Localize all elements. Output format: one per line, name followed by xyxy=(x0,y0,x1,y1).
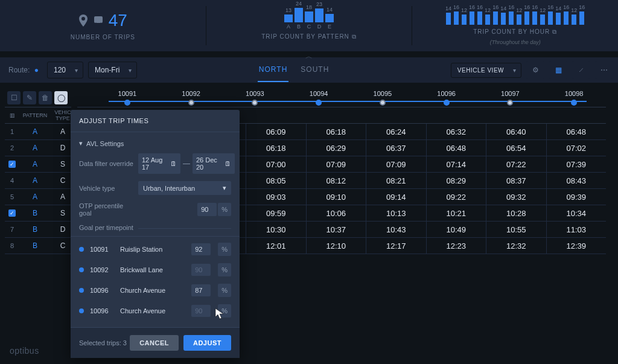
route-select[interactable]: 120▾ xyxy=(47,62,83,78)
time-cell[interactable]: 09:10 xyxy=(306,189,366,205)
table-row[interactable]: 8BC xyxy=(5,238,71,254)
timepoint-goal-input[interactable]: 87 xyxy=(191,284,211,296)
time-cell[interactable]: 08:21 xyxy=(366,173,426,188)
time-cell[interactable]: 08:12 xyxy=(306,173,366,188)
time-cell[interactable]: 08:29 xyxy=(426,173,486,188)
time-cell[interactable]: 09:14 xyxy=(366,189,426,205)
goal-timepoint-row: 10092 Brickwall Lane 90 % xyxy=(79,260,231,280)
vehicle-type-label: Vehicle type xyxy=(79,185,133,192)
timepoint-10095[interactable]: 10095 xyxy=(351,90,415,106)
time-cell[interactable]: 07:00 xyxy=(246,156,306,172)
time-cell[interactable]: 09:03 xyxy=(246,189,306,205)
timepoint-10093[interactable]: 10093 xyxy=(223,90,287,106)
cancel-button[interactable]: CANCEL xyxy=(130,335,179,351)
time-cell[interactable]: 10:49 xyxy=(426,222,486,237)
avl-settings-toggle[interactable]: ▾ AVL Settings xyxy=(79,137,231,150)
tab-north[interactable]: NORTH xyxy=(258,58,288,82)
timepoint-goal-input[interactable]: 90 xyxy=(191,264,211,276)
chart-view-button[interactable]: ⟋ xyxy=(572,61,590,79)
table-row[interactable]: 4AC xyxy=(5,173,71,189)
row-checkbox[interactable]: ✓ xyxy=(8,161,16,168)
svg-point-2 xyxy=(100,23,101,25)
time-cell[interactable]: 07:09 xyxy=(306,156,366,172)
time-cell[interactable]: 10:13 xyxy=(366,205,426,221)
time-cell[interactable]: 06:24 xyxy=(366,124,426,139)
otp-value-input[interactable]: 90 xyxy=(197,203,217,216)
date-from-input[interactable]: 12 Aug 17🗓 xyxy=(138,153,180,174)
grid-view-button[interactable]: ▦ xyxy=(549,61,567,79)
schedule-select[interactable]: Mon-Fri▾ xyxy=(88,62,137,78)
time-cell[interactable]: 12:39 xyxy=(546,238,607,254)
column-toggle-icon[interactable]: ▥ xyxy=(5,112,19,118)
timepoint-10092[interactable]: 10092 xyxy=(159,90,223,106)
time-cell[interactable]: 09:59 xyxy=(246,205,306,221)
time-cell[interactable]: 12:32 xyxy=(486,238,546,254)
time-cell[interactable]: 07:14 xyxy=(426,156,486,172)
time-cell[interactable]: 10:06 xyxy=(306,205,366,221)
table-row[interactable]: 2AD xyxy=(5,140,71,156)
table-row[interactable]: 7BD xyxy=(5,222,71,238)
time-cell[interactable]: 06:32 xyxy=(426,124,486,139)
time-cell[interactable]: 06:09 xyxy=(246,124,306,139)
adjust-button[interactable]: ◯ xyxy=(54,91,68,104)
time-cell[interactable]: 07:22 xyxy=(486,156,546,172)
settings-button[interactable]: ⚙ xyxy=(526,61,544,79)
time-cell[interactable]: 06:29 xyxy=(306,140,366,156)
adjust-confirm-button[interactable]: ADJUST xyxy=(183,335,231,351)
time-cell[interactable]: 06:37 xyxy=(366,140,426,156)
external-link-icon[interactable]: ⧉ xyxy=(352,33,357,40)
table-row[interactable]: 1AA xyxy=(5,124,71,140)
view-select[interactable]: VEHICLE VIEW▾ xyxy=(451,63,521,78)
checkbox-all-button[interactable]: ☐ xyxy=(7,91,21,104)
timepoint-10097[interactable]: 10097 xyxy=(479,90,543,106)
timepoint-10098[interactable]: 10098 xyxy=(542,90,606,106)
edit-button[interactable]: ✎ xyxy=(23,91,36,104)
timepoint-goal-input[interactable]: 92 xyxy=(191,243,211,255)
time-cell[interactable]: 09:39 xyxy=(546,189,607,205)
external-link-icon[interactable]: ⧉ xyxy=(552,28,557,36)
table-row[interactable]: ✓AS xyxy=(5,156,71,173)
time-cell[interactable]: 10:21 xyxy=(426,205,486,221)
toolbar: Route: ● 120▾ Mon-Fri▾ NORTH SOUTH VEHIC… xyxy=(0,57,618,83)
time-cell[interactable]: 12:17 xyxy=(366,238,426,254)
time-cell[interactable]: 11:03 xyxy=(546,222,607,237)
time-cell[interactable]: 10:28 xyxy=(486,205,546,221)
time-cell[interactable]: 06:48 xyxy=(546,124,607,139)
time-cell[interactable]: 06:18 xyxy=(306,124,366,139)
time-cell[interactable]: 06:54 xyxy=(486,140,546,156)
row-checkbox[interactable]: ✓ xyxy=(8,209,16,217)
more-button[interactable]: ⋯ xyxy=(595,61,613,79)
date-to-input[interactable]: 26 Dec 20🗓 xyxy=(193,153,235,174)
chevron-down-icon: ▾ xyxy=(223,184,226,192)
time-cell[interactable]: 07:09 xyxy=(366,156,426,172)
pattern-header[interactable]: PATTERN xyxy=(19,112,51,118)
time-cell[interactable]: 08:37 xyxy=(486,173,546,188)
time-cell[interactable]: 08:05 xyxy=(246,173,306,188)
time-cell[interactable]: 07:39 xyxy=(546,156,607,172)
time-cell[interactable]: 12:10 xyxy=(306,238,366,254)
timepoint-goal-input[interactable]: 90 xyxy=(191,305,211,317)
time-cell[interactable]: 10:43 xyxy=(366,222,426,237)
time-cell[interactable]: 10:34 xyxy=(546,205,607,221)
time-cell[interactable]: 09:22 xyxy=(426,189,486,205)
tab-south[interactable]: SOUTH xyxy=(299,58,330,82)
time-cell[interactable]: 12:23 xyxy=(426,238,486,254)
time-cell[interactable]: 06:40 xyxy=(486,124,546,139)
time-cell[interactable]: 06:18 xyxy=(246,140,306,156)
time-cell[interactable]: 07:02 xyxy=(546,140,607,156)
time-cell[interactable]: 10:55 xyxy=(486,222,546,237)
time-cell[interactable]: 06:48 xyxy=(426,140,486,156)
time-cell[interactable]: 12:01 xyxy=(246,238,306,254)
timepoint-10096[interactable]: 10096 xyxy=(415,90,479,106)
time-cell[interactable]: 10:37 xyxy=(306,222,366,237)
time-cell[interactable]: 10:30 xyxy=(246,222,306,237)
time-cell[interactable]: 08:43 xyxy=(546,173,607,188)
timepoint-10091[interactable]: 10091 xyxy=(95,90,159,106)
table-row[interactable]: ✓BS xyxy=(5,205,71,222)
table-row[interactable]: 5AA xyxy=(5,189,71,205)
collapse-toggle[interactable]: ︿ xyxy=(0,51,618,57)
delete-button[interactable]: 🗑 xyxy=(39,91,52,104)
time-cell[interactable]: 09:32 xyxy=(486,189,546,205)
timepoint-10094[interactable]: 10094 xyxy=(287,90,351,106)
vehicle-type-select[interactable]: Urban, Interurban ▾ xyxy=(138,181,231,195)
